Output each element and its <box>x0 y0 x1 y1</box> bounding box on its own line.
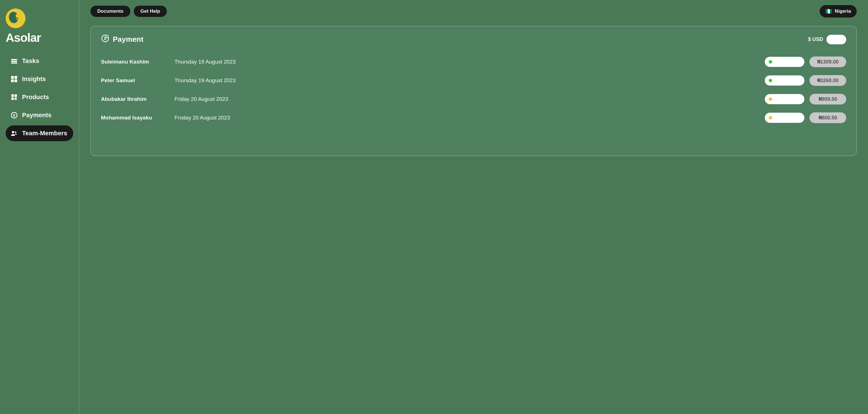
insights-label: Insights <box>22 75 46 83</box>
payment-rows: Suleimanu Kashim Thursday 19 August 2023… <box>101 54 846 126</box>
svg-point-2 <box>16 14 20 18</box>
topbar: Documents Get Help 🇳🇬 Nigeria <box>79 0 868 20</box>
logo-icon <box>6 8 26 28</box>
payments-label: Payments <box>22 111 52 119</box>
tasks-icon <box>10 57 18 65</box>
status-pill <box>765 113 804 123</box>
amount-badge: ₦800.50 <box>809 112 846 123</box>
payment-row: Peter Samuel Thursday 19 August 2023 ₦32… <box>101 75 846 86</box>
amount-badge: ₦909.50 <box>809 94 846 104</box>
nav-menu: Tasks Insights <box>6 53 73 141</box>
status-dot-green <box>769 79 772 82</box>
svg-rect-9 <box>14 79 17 82</box>
country-selector[interactable]: 🇳🇬 Nigeria <box>820 5 857 18</box>
svg-rect-5 <box>11 62 17 64</box>
sidebar-item-insights[interactable]: Insights <box>6 71 73 87</box>
currency-label: $ USD <box>808 36 823 42</box>
content-area: $ $ Payment $ USD Suleimanu Kashim <box>79 20 868 414</box>
payer-name: Suleimanu Kashim <box>101 59 175 65</box>
svg-rect-12 <box>11 97 14 100</box>
payment-card: $ $ Payment $ USD Suleimanu Kashim <box>91 26 857 156</box>
svg-rect-10 <box>11 94 14 97</box>
svg-rect-8 <box>11 79 14 82</box>
svg-text:$: $ <box>13 113 15 117</box>
payment-row: Mohammad Isayaku Froday 20 August 2023 ₦… <box>101 112 846 123</box>
payment-date: Thursday 19 August 2023 <box>175 59 765 65</box>
payment-date: Froday 20 August 2023 <box>175 115 765 121</box>
products-label: Products <box>22 94 49 101</box>
payment-title: Payment <box>113 35 143 44</box>
svg-rect-6 <box>11 76 14 79</box>
app-title: Asolar <box>6 31 41 45</box>
svg-rect-4 <box>11 61 17 62</box>
currency-area: $ USD <box>808 35 846 44</box>
logo-area: Asolar <box>6 8 73 45</box>
svg-point-19 <box>15 131 17 133</box>
flag-icon: 🇳🇬 <box>825 8 832 15</box>
sidebar-item-team-members[interactable]: Team-Members <box>6 126 73 141</box>
sidebar-item-payments[interactable]: $ Payments <box>6 107 73 123</box>
payment-row: Suleimanu Kashim Thursday 19 August 2023… <box>101 57 846 67</box>
payment-row: Abubakar Ibrahim Friday 20 August 2023 ₦… <box>101 94 846 104</box>
products-icon <box>10 93 18 101</box>
insights-icon <box>10 75 18 83</box>
sidebar: Asolar Tasks <box>0 0 79 414</box>
payments-icon: $ <box>10 111 18 119</box>
svg-rect-3 <box>11 59 17 60</box>
main-content: Documents Get Help 🇳🇬 Nigeria $ $ <box>79 0 868 414</box>
status-pill <box>765 75 804 85</box>
topbar-left: Documents Get Help <box>91 6 167 17</box>
amount-badge: ₦1309.00 <box>809 57 846 67</box>
tasks-label: Tasks <box>22 57 39 65</box>
payment-header: $ $ Payment $ USD <box>101 34 846 45</box>
payment-card-icon: $ $ <box>101 34 110 45</box>
payer-name: Mohammad Isayaku <box>101 115 175 121</box>
team-members-label: Team-Members <box>22 130 67 137</box>
country-label: Nigeria <box>835 8 851 14</box>
payment-title-area: $ $ Payment <box>101 34 143 45</box>
svg-text:$: $ <box>106 35 108 38</box>
svg-rect-11 <box>14 94 17 97</box>
svg-point-18 <box>12 131 14 133</box>
amount-badge: ₦3260.00 <box>809 75 846 86</box>
currency-toggle[interactable] <box>827 35 846 44</box>
status-pill <box>765 57 804 67</box>
payment-date: Friday 20 August 2023 <box>175 96 765 102</box>
get-help-button[interactable]: Get Help <box>134 6 167 17</box>
payer-name: Peter Samuel <box>101 77 175 83</box>
svg-rect-7 <box>14 76 17 79</box>
team-icon <box>10 129 18 137</box>
status-pill <box>765 94 804 104</box>
payment-date: Thursday 19 August 2023 <box>175 77 765 83</box>
payer-name: Abubakar Ibrahim <box>101 96 175 102</box>
status-dot-yellow <box>769 97 772 101</box>
sidebar-item-tasks[interactable]: Tasks <box>6 53 73 69</box>
documents-button[interactable]: Documents <box>91 6 130 17</box>
sidebar-item-products[interactable]: Products <box>6 89 73 105</box>
status-dot-green <box>769 60 772 64</box>
status-dot-yellow <box>769 116 772 119</box>
